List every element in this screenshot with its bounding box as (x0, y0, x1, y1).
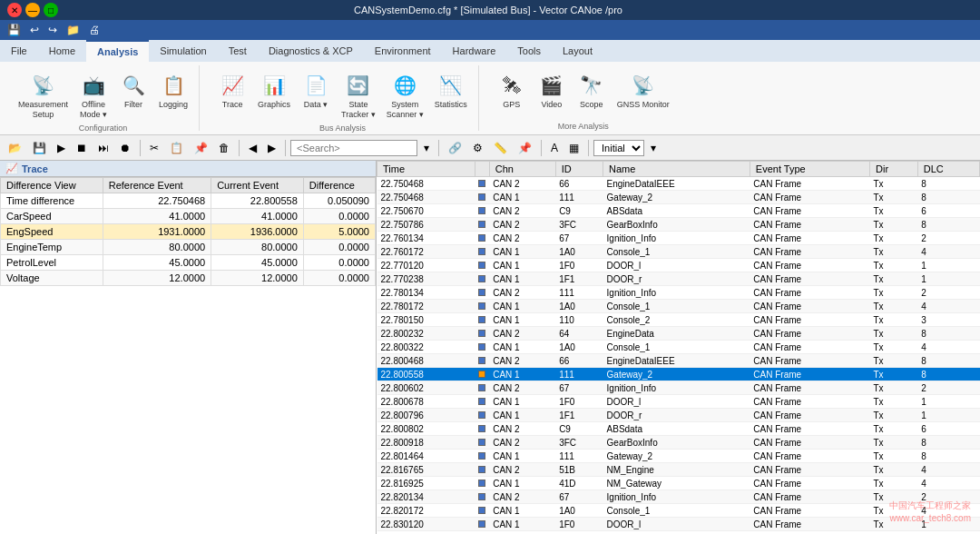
trace-row[interactable]: 22.770238 CAN 1 1F1 DOOR_r CAN Frame Tx … (377, 272, 980, 286)
tab-layout[interactable]: Layout (552, 40, 603, 62)
qa-undo-button[interactable]: ↩ (26, 22, 43, 38)
trace-row[interactable]: 22.820172 CAN 1 1A0 Console_1 CAN Frame … (377, 504, 980, 518)
tab-test[interactable]: Test (218, 40, 258, 62)
trace-row[interactable]: 22.750786 CAN 2 3FC GearBoxInfo CAN Fram… (377, 218, 980, 232)
can-icon (478, 357, 485, 364)
trace-row[interactable]: 22.770120 CAN 1 1F0 DOOR_l CAN Frame Tx … (377, 259, 980, 272)
trace-table-scroll[interactable]: Time Chn ID Name Event Type Dir DLC 22.7… (377, 161, 980, 534)
tab-hardware[interactable]: Hardware (442, 40, 507, 62)
tab-diagnostics[interactable]: Diagnostics & XCP (258, 40, 364, 62)
trace-cell-dir: Tx (870, 354, 918, 368)
trace-row[interactable]: 22.780150 CAN 1 110 Console_2 CAN Frame … (377, 313, 980, 327)
tab-file[interactable]: File (0, 40, 38, 62)
trace-row[interactable]: 22.816925 CAN 1 41D NM_Gateway CAN Frame… (377, 477, 980, 490)
trace-row[interactable]: 22.760172 CAN 1 1A0 Console_1 CAN Frame … (377, 245, 980, 259)
logging-icon: 📋 (159, 71, 188, 100)
tb-format-button[interactable]: A (546, 139, 563, 157)
diff-row[interactable]: Voltage 12.0000 12.0000 0.0000 (1, 271, 376, 286)
tab-home[interactable]: Home (38, 40, 86, 62)
diff-row[interactable]: EngineTemp 80.0000 80.0000 0.0000 (1, 240, 376, 255)
trace-row[interactable]: 22.750670 CAN 2 C9 ABSdata CAN Frame Tx … (377, 204, 980, 218)
tb-stop-button[interactable]: ⏹ (72, 139, 92, 157)
qa-open-button[interactable]: 📁 (63, 22, 83, 38)
filter-apply-button[interactable]: ▾ (646, 139, 661, 157)
tb-icon1-button[interactable]: 🔗 (444, 139, 466, 157)
statistics-button[interactable]: 📉 Statistics (431, 69, 471, 111)
trace-row[interactable]: 22.800678 CAN 1 1F0 DOOR_l CAN Frame Tx … (377, 395, 980, 409)
data-button[interactable]: 📄 Data ▾ (298, 69, 334, 111)
search-input[interactable] (290, 140, 417, 156)
trace-row[interactable]: 22.780134 CAN 2 111 Ignition_Info CAN Fr… (377, 286, 980, 300)
tb-record-button[interactable]: ⏺ (115, 139, 135, 157)
trace-row[interactable]: 22.780172 CAN 1 1A0 Console_1 CAN Frame … (377, 300, 980, 313)
qa-redo-button[interactable]: ↪ (44, 22, 61, 38)
trace-row[interactable]: 22.800918 CAN 2 3FC GearBoxInfo CAN Fram… (377, 436, 980, 450)
gps-button[interactable]: 🛰 GPS (494, 69, 530, 111)
logging-button[interactable]: 📋 Logging (155, 69, 191, 111)
qa-save-button[interactable]: 💾 (4, 22, 24, 38)
trace-cell-dlc: 8 (917, 177, 979, 191)
trace-row[interactable]: 22.801464 CAN 1 111 Gateway_2 CAN Frame … (377, 450, 980, 463)
tab-tools[interactable]: Tools (506, 40, 552, 62)
system-scanner-button[interactable]: 🌐 SystemScanner ▾ (383, 69, 427, 122)
search-dropdown-button[interactable]: ▾ (419, 139, 434, 157)
filter-dropdown[interactable]: Initial (593, 140, 644, 156)
trace-row[interactable]: 22.800796 CAN 1 1F1 DOOR_r CAN Frame Tx … (377, 409, 980, 422)
graphics-button[interactable]: 📊 Graphics (254, 69, 294, 111)
video-button[interactable]: 🎬 Video (534, 69, 570, 111)
trace-cell-type: CAN Frame (750, 218, 869, 232)
tb-delete-button[interactable]: 🗑 (214, 139, 234, 157)
tab-environment[interactable]: Environment (364, 40, 442, 62)
trace-row[interactable]: 22.750468 CAN 2 66 EngineDataIEEE CAN Fr… (377, 177, 980, 191)
trace-row[interactable]: 22.800322 CAN 1 1A0 Console_1 CAN Frame … (377, 341, 980, 354)
trace-row[interactable]: 22.830120 CAN 1 1F0 DOOR_l CAN Frame Tx … (377, 518, 980, 531)
tab-analysis[interactable]: Analysis (86, 40, 149, 62)
trace-row[interactable]: 22.800802 CAN 2 C9 ABSdata CAN Frame Tx … (377, 422, 980, 436)
trace-row[interactable]: 22.800602 CAN 2 67 Ignition_Info CAN Fra… (377, 381, 980, 395)
tb-icon4-button[interactable]: 📌 (514, 139, 536, 157)
diff-row[interactable]: PetrolLevel 45.0000 45.0000 0.0000 (1, 255, 376, 271)
filter-button[interactable]: 🔍 Filter (115, 69, 152, 111)
trace-row[interactable]: 22.750468 CAN 1 111 Gateway_2 CAN Frame … (377, 191, 980, 204)
trace-row[interactable]: 22.820134 CAN 2 67 Ignition_Info CAN Fra… (377, 490, 980, 504)
gnss-monitor-icon: 📡 (629, 71, 658, 100)
tb-open-button[interactable]: 📂 (4, 139, 26, 157)
tb-play-button[interactable]: ▶ (53, 139, 70, 157)
diff-cell-ref: 1931.0000 (103, 224, 211, 240)
trace-cell-time: 22.816765 (377, 463, 475, 477)
trace-cell-dir: Tx (870, 490, 918, 504)
tb-view-button[interactable]: ▦ (564, 139, 583, 157)
diff-row[interactable]: Time difference 22.750468 22.800558 0.05… (1, 193, 376, 209)
trace-cell-dir: Tx (870, 341, 918, 354)
tb-prev-button[interactable]: ◀ (244, 139, 261, 157)
trace-row[interactable]: 22.816765 CAN 2 51B NM_Engine CAN Frame … (377, 463, 980, 477)
close-button[interactable]: ✕ (7, 3, 22, 17)
offline-mode-button[interactable]: 📺 OfflineMode ▾ (75, 69, 112, 122)
tab-simulation[interactable]: Simulation (149, 40, 217, 62)
trace-row[interactable]: 22.800558 CAN 1 111 Gateway_2 CAN Frame … (377, 368, 980, 381)
tb-copy-button[interactable]: 📋 (165, 139, 188, 157)
diff-row[interactable]: CarSpeed 41.0000 41.0000 0.0000 (1, 209, 376, 224)
tb-save-button[interactable]: 💾 (28, 139, 51, 157)
scope-button[interactable]: 🔭 Scope (573, 69, 610, 111)
diff-row[interactable]: EngSpeed 1931.0000 1936.0000 5.0000 (1, 224, 376, 240)
tb-cut-button[interactable]: ✂ (145, 139, 163, 157)
tb-icon2-button[interactable]: ⚙ (468, 139, 487, 157)
trace-row[interactable]: 22.830236 CAN 1 1F1 DOOR_r CAN Frame Tx … (377, 531, 980, 535)
tb-next-button[interactable]: ▶ (263, 139, 280, 157)
tb-step-button[interactable]: ⏭ (93, 139, 113, 157)
measurement-setup-button[interactable]: 📡 MeasurementSetup (15, 69, 72, 122)
trace-row[interactable]: 22.800468 CAN 2 66 EngineDataIEEE CAN Fr… (377, 354, 980, 368)
tb-icon3-button[interactable]: 📏 (489, 139, 512, 157)
ribbon-group-configuration: 📡 MeasurementSetup 📺 OfflineMode ▾ 🔍 Fil… (7, 65, 200, 131)
state-tracker-button[interactable]: 🔄 StateTracker ▾ (338, 69, 379, 122)
maximize-button[interactable]: □ (44, 3, 58, 17)
qa-print-button[interactable]: 🖨 (85, 22, 103, 38)
trace-row[interactable]: 22.760134 CAN 2 67 Ignition_Info CAN Fra… (377, 232, 980, 245)
trace-row[interactable]: 22.800232 CAN 2 64 EngineData CAN Frame … (377, 327, 980, 341)
diff-table-scroll[interactable]: Difference View Reference Event Current … (0, 177, 376, 534)
trace-button[interactable]: 📈 Trace (214, 69, 250, 111)
minimize-button[interactable]: — (25, 3, 40, 17)
tb-paste-button[interactable]: 📌 (190, 139, 212, 157)
gnss-monitor-button[interactable]: 📡 GNSS Monitor (613, 69, 673, 112)
